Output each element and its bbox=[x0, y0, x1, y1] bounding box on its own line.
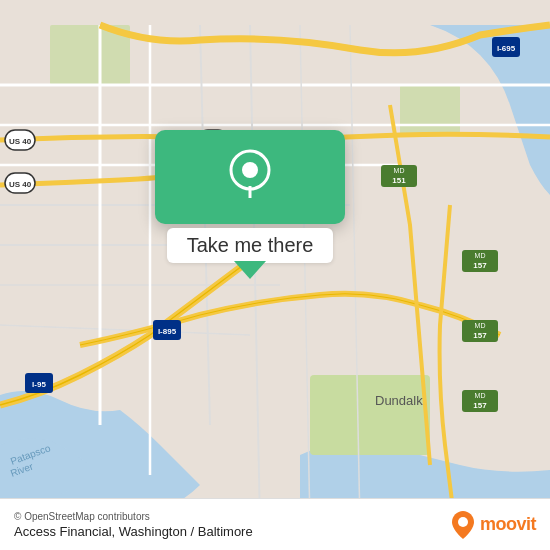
svg-text:I-695: I-695 bbox=[497, 44, 516, 53]
popup-box[interactable] bbox=[155, 130, 345, 224]
svg-point-45 bbox=[242, 162, 258, 178]
popup-tail bbox=[234, 261, 266, 279]
svg-point-46 bbox=[458, 517, 468, 527]
svg-text:157: 157 bbox=[473, 261, 487, 270]
map-popup[interactable]: Take me there bbox=[155, 130, 345, 279]
svg-rect-1 bbox=[310, 375, 430, 455]
osm-credit: © OpenStreetMap contributors bbox=[14, 511, 253, 522]
moovit-logo: moovit bbox=[452, 511, 536, 539]
bottom-bar: © OpenStreetMap contributors Access Fina… bbox=[0, 498, 550, 550]
moovit-text: moovit bbox=[480, 514, 536, 535]
svg-text:157: 157 bbox=[473, 331, 487, 340]
svg-text:US 40: US 40 bbox=[9, 180, 32, 189]
svg-text:157: 157 bbox=[473, 401, 487, 410]
map-pin-icon bbox=[223, 148, 277, 202]
svg-text:MD: MD bbox=[475, 252, 486, 259]
svg-text:151: 151 bbox=[392, 176, 406, 185]
svg-text:MD: MD bbox=[475, 392, 486, 399]
svg-text:MD: MD bbox=[394, 167, 405, 174]
svg-text:I-95: I-95 bbox=[32, 380, 46, 389]
svg-text:US 40: US 40 bbox=[9, 137, 32, 146]
location-label: Access Financial, Washington / Baltimore bbox=[14, 524, 253, 539]
svg-rect-3 bbox=[400, 85, 460, 135]
svg-text:Dundalk: Dundalk bbox=[375, 393, 423, 408]
svg-text:MD: MD bbox=[475, 322, 486, 329]
svg-text:I-895: I-895 bbox=[158, 327, 177, 336]
map-container: I-695 I-895 I-95 US 40 US 40 US 40 MD 15… bbox=[0, 0, 550, 550]
popup-label[interactable]: Take me there bbox=[167, 228, 334, 263]
moovit-pin-icon bbox=[452, 511, 474, 539]
bottom-left-info: © OpenStreetMap contributors Access Fina… bbox=[14, 511, 253, 539]
